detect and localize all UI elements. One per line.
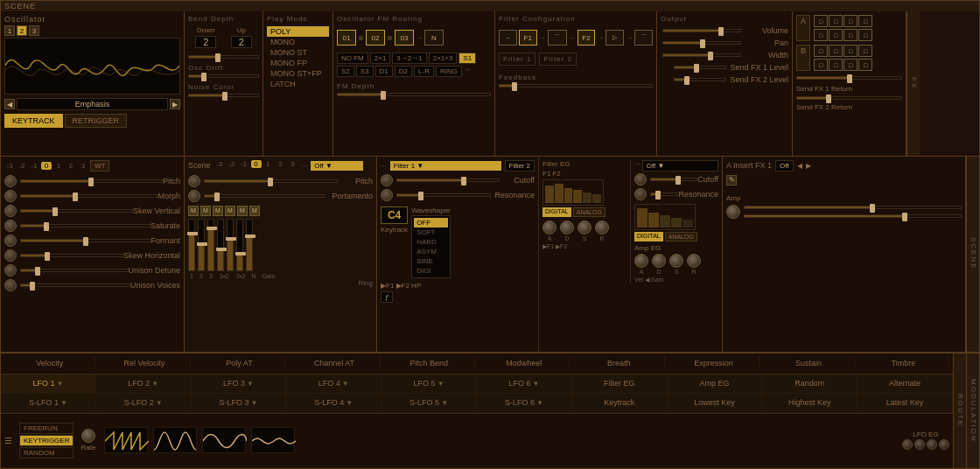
analog-tag[interactable]: ANALOG — [573, 207, 606, 217]
fm-2x1[interactable]: 2×1 — [370, 52, 391, 64]
vslider-5[interactable] — [227, 219, 234, 271]
amp-gain-slider[interactable] — [744, 214, 962, 218]
m-btn-6[interactable]: M — [249, 206, 260, 216]
retrigger-btn[interactable]: RETRIGGER — [65, 114, 128, 128]
formant-knob[interactable] — [4, 234, 17, 247]
m-btn-3[interactable]: M — [213, 206, 223, 216]
range-3[interactable]: 3 — [78, 162, 88, 170]
wt-btn[interactable]: WT — [90, 160, 109, 172]
fm-d1[interactable]: D1 — [375, 66, 393, 77]
seq-pitch-slider[interactable] — [204, 179, 338, 183]
fm-lr[interactable]: L-R — [414, 66, 434, 77]
range-0[interactable]: 0 — [41, 162, 52, 170]
mod-cell-slfo4[interactable]: S-LFO 4 ▼ — [286, 394, 382, 412]
vslider-2[interactable] — [198, 219, 205, 271]
bend-up-value[interactable]: 2 — [231, 36, 252, 48]
lfo-wave-1[interactable] — [104, 427, 148, 453]
filter1-dropdown[interactable]: Filter 1 ▼ — [390, 161, 501, 171]
fx-slider-1[interactable] — [796, 76, 902, 80]
lfo-eg-knob-3[interactable] — [927, 439, 937, 450]
fm-depth-slider[interactable] — [337, 93, 491, 96]
osc-tab-1[interactable]: 1 — [4, 25, 15, 36]
mod-cell-slfo6[interactable]: S-LFO 6 ▼ — [477, 394, 572, 412]
width-slider[interactable] — [662, 53, 741, 57]
seq-n2[interactable]: -2 — [227, 160, 237, 168]
mono-btn[interactable]: MONO — [267, 37, 329, 47]
mod-cell-lowest-key[interactable]: Lowest Key — [668, 394, 763, 412]
digital-tag[interactable]: DIGITAL — [542, 207, 571, 217]
resonance-knob[interactable] — [381, 189, 393, 201]
mod-cell-lfo6[interactable]: LFO 6 ▼ — [477, 374, 572, 393]
seq-off-dropdown[interactable]: Off ▼ — [311, 161, 363, 171]
filter2-tab-btn[interactable]: Filter 2 — [505, 160, 535, 172]
osc-tab-2[interactable]: 2 — [17, 25, 27, 36]
osc-tab-3[interactable]: 3 — [29, 25, 39, 36]
morph-knob[interactable] — [4, 190, 17, 202]
send-fx2-slider[interactable] — [674, 78, 726, 81]
vslider-3[interactable] — [207, 219, 214, 271]
skew-v-knob[interactable] — [4, 205, 17, 217]
mod-cell-slfo1[interactable]: S-LFO 1 ▼ — [1, 394, 96, 412]
lfo-eg-knob-2[interactable] — [914, 439, 925, 450]
mono-fp-btn[interactable]: MONO FP — [267, 58, 329, 68]
filter2-off-btn[interactable]: Off ▼ — [642, 160, 718, 172]
ws-asym[interactable]: ASYM — [414, 247, 448, 256]
filter1-routing-btn[interactable]: ƒ — [381, 291, 535, 303]
amp-d-knob[interactable] — [652, 254, 666, 268]
filter2-tab[interactable]: Filter 2 — [539, 52, 576, 66]
f2-cutoff-knob[interactable] — [634, 173, 647, 186]
mod-cell-highest-key[interactable]: Highest Key — [762, 394, 858, 412]
range-n3[interactable]: -3 — [4, 162, 15, 170]
vslider-4[interactable] — [217, 219, 224, 271]
insert-edit-btn[interactable]: ✎ — [726, 175, 737, 186]
insert-arrow-left[interactable]: ◀ — [797, 162, 802, 170]
filter1-tab[interactable]: Filter 1 — [499, 52, 536, 66]
amp-r-knob[interactable] — [687, 254, 701, 268]
osc-drift-slider[interactable] — [188, 74, 259, 78]
ws-hard[interactable]: HARD — [414, 237, 448, 247]
freerun-btn[interactable]: FREERUN — [19, 423, 74, 434]
f2-cutoff-slider[interactable] — [650, 178, 697, 181]
noise-color-slider[interactable] — [188, 94, 259, 97]
ws-off[interactable]: OFF — [414, 218, 448, 228]
f2-resonance-knob[interactable] — [634, 188, 647, 200]
fm-no-fm[interactable]: NO FM — [337, 52, 368, 64]
range-1[interactable]: 1 — [53, 162, 64, 170]
pitch-knob[interactable] — [4, 175, 17, 187]
amp-s-knob[interactable] — [669, 254, 683, 268]
mod-cell-random[interactable]: Random — [762, 374, 858, 393]
mod-cell-lfo3[interactable]: LFO 3 ▼ — [192, 374, 287, 393]
range-n2[interactable]: -2 — [17, 162, 27, 170]
mod-cell-lfo1[interactable]: LFO 1 ▼ — [1, 374, 96, 393]
skew-h-knob[interactable] — [4, 249, 17, 262]
random-btn[interactable]: RANDOM — [19, 447, 74, 458]
m-btn-1[interactable]: M — [188, 206, 199, 216]
morph-slider[interactable] — [20, 194, 158, 198]
seq-pitch-knob[interactable] — [188, 175, 200, 187]
seq-0[interactable]: 0 — [251, 160, 262, 168]
unison-voices-knob[interactable] — [4, 279, 17, 291]
lfo-wave-2[interactable] — [153, 427, 197, 453]
mod-cell-slfo5[interactable]: S-LFO 5 ▼ — [382, 394, 477, 412]
osc-nav-right[interactable]: ▶ — [170, 99, 180, 109]
mod-cell-slfo3[interactable]: S-LFO 3 ▼ — [192, 394, 287, 412]
seq-portamento-knob[interactable] — [188, 190, 200, 202]
fm-321[interactable]: 3→2→1 — [392, 52, 426, 64]
amp-main-knob[interactable] — [726, 205, 740, 219]
fx-slider-2[interactable] — [796, 96, 902, 100]
latch-btn[interactable]: LATCH — [267, 79, 329, 89]
insert-arrow-right[interactable]: ▶ — [806, 162, 811, 170]
filter-r-knob[interactable] — [595, 220, 609, 234]
mod-cell-slfo2[interactable]: S-LFO 2 ▼ — [96, 394, 192, 412]
vslider-n[interactable] — [236, 219, 243, 271]
ws-filter-btn[interactable]: ƒ — [381, 291, 393, 303]
mono-stfp-btn[interactable]: MONO ST+FP — [267, 68, 329, 79]
bend-slider[interactable] — [188, 55, 259, 59]
f2-digital-tag[interactable]: DIGITAL — [634, 232, 663, 242]
feedback-slider[interactable] — [499, 84, 653, 88]
mod-cell-alternate[interactable]: Alternate — [858, 374, 953, 393]
cutoff-slider[interactable] — [396, 178, 500, 182]
poly-btn[interactable]: POLY — [267, 26, 329, 37]
unison-detune-slider[interactable] — [20, 269, 128, 272]
osc-nav-left[interactable]: ◀ — [4, 99, 15, 109]
